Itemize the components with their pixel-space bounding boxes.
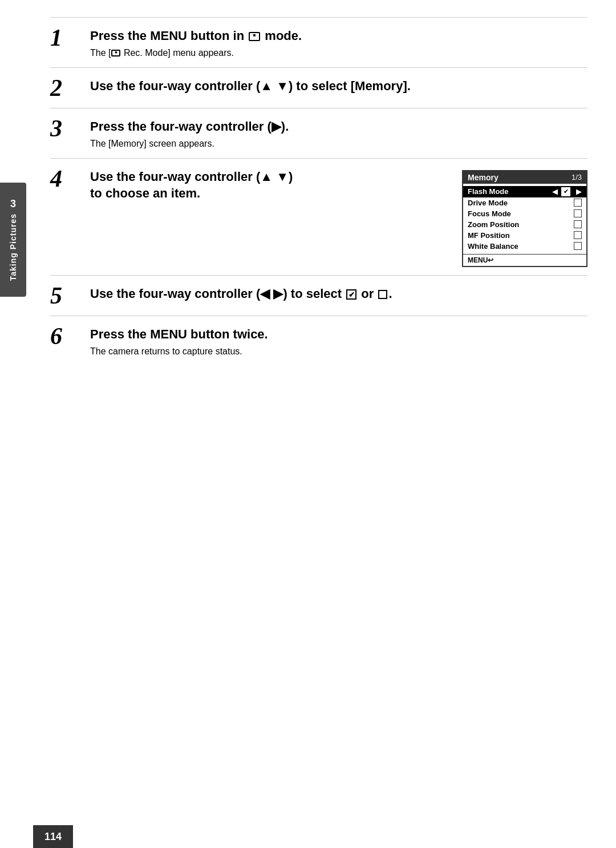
step-6-number: 6 [50,324,80,348]
step-1-number: 1 [50,26,80,50]
step-1-subtitle: The [■ Rec. Mode] menu appears. [90,47,587,59]
focus-mode-label: Focus Mode [468,209,570,218]
main-content: 1 Press the MENU button in ■ mode. The [… [33,0,616,825]
step-4-body: Use the four-way controller (▲ ▼) to cho… [90,169,587,267]
step-5: 5 Use the four-way controller (◀ ▶) to s… [50,275,587,316]
zoom-position-check [574,220,582,228]
step-3-title: Press the four-way controller (▶). [90,119,587,135]
memory-row-drive: Drive Mode [463,197,586,208]
memory-screen-header: Memory 1/3 [463,171,586,184]
step-5-number: 5 [50,284,80,308]
step-2-number: 2 [50,76,80,100]
step-4-title2: to choose an item. [90,185,445,202]
step-5-title: Use the four-way controller (◀ ▶) to sel… [90,286,587,302]
flash-mode-label: Flash Mode [468,187,549,196]
step-4-title: Use the four-way controller (▲ ▼) [90,169,445,185]
page-container: 3 Taking Pictures 1 Press the MENU butto… [0,0,616,848]
step-4-text: Use the four-way controller (▲ ▼) to cho… [90,169,445,201]
chapter-number: 3 [10,199,16,209]
step-3: 3 Press the four-way controller (▶). The… [50,108,587,158]
step-2-content: Use the four-way controller (▲ ▼) to sel… [90,78,587,95]
mf-position-check [574,231,582,239]
white-balance-label: White Balance [468,242,570,251]
flash-mode-check: ✔ [561,187,570,196]
flash-mode-left-arrow: ◀ [552,187,558,196]
flash-mode-right-arrow: ▶ [576,187,582,196]
step-1-title: Press the MENU button in ■ mode. [90,28,587,45]
step-6-title: Press the MENU button twice. [90,326,587,343]
memory-rows: Flash Mode ◀ ✔ ▶ Drive Mode [463,184,586,254]
chapter-label: Taking Pictures [9,213,18,281]
step-3-number: 3 [50,116,80,140]
step-3-subtitle: The [Memory] screen appears. [90,138,587,150]
empty-box-symbol [378,290,387,299]
memory-row-focus: Focus Mode [463,208,586,219]
step-1: 1 Press the MENU button in ■ mode. The [… [50,17,587,67]
sidebar: 3 Taking Pictures [0,0,33,848]
memory-row-flash: Flash Mode ◀ ✔ ▶ [463,186,586,197]
step-2-title: Use the four-way controller (▲ ▼) to sel… [90,78,587,95]
step-6-content: Press the MENU button twice. The camera … [90,326,587,358]
drive-mode-check [574,199,582,207]
check-symbol: ✔ [346,289,356,300]
step-4-content: Use the four-way controller (▲ ▼) to cho… [90,169,587,267]
zoom-position-label: Zoom Position [468,220,570,229]
chapter-tab: 3 Taking Pictures [0,183,26,297]
memory-row-wb: White Balance [463,241,586,252]
step-6: 6 Press the MENU button twice. The camer… [50,316,587,366]
mf-position-label: MF Position [468,231,570,240]
memory-header-label: Memory [468,173,499,182]
memory-row-mf: MF Position [463,230,586,241]
or-text: or [361,286,374,301]
step-2: 2 Use the four-way controller (▲ ▼) to s… [50,67,587,108]
drive-mode-label: Drive Mode [468,199,570,207]
memory-footer-label: MENU↩ [468,256,493,264]
page-number: 114 [33,825,73,848]
memory-screen: Memory 1/3 Flash Mode ◀ ✔ ▶ [462,170,587,267]
step-5-content: Use the four-way controller (◀ ▶) to sel… [90,286,587,302]
step-6-subtitle: The camera returns to capture status. [90,345,587,358]
memory-header-page: 1/3 [572,173,582,181]
focus-mode-check [574,209,582,217]
step-4: 4 Use the four-way controller (▲ ▼) to c… [50,158,587,275]
memory-row-zoom: Zoom Position [463,219,586,230]
step-3-content: Press the four-way controller (▶). The [… [90,119,587,150]
step-4-number: 4 [50,167,80,191]
white-balance-check [574,242,582,250]
step-1-content: Press the MENU button in ■ mode. The [■ … [90,28,587,59]
memory-footer: MENU↩ [463,254,586,266]
